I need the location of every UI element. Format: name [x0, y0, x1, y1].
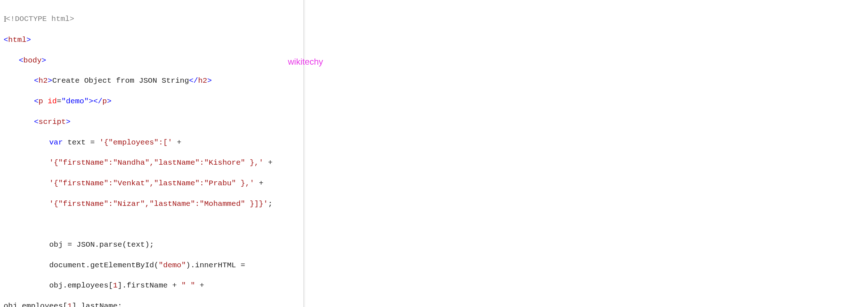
code-line: '{"firstName":"Nizar","lastName":"Mohamm…	[4, 199, 300, 209]
emp-access-b: ].firstName +	[118, 281, 181, 290]
angle-open: <	[19, 56, 24, 65]
angle-close-open: </	[93, 97, 102, 105]
string-demo: "demo"	[158, 261, 186, 269]
heading-text: Create Object from JSON String	[52, 77, 189, 85]
code-line-blank	[4, 219, 300, 229]
string-literal: '{"firstName":"Venkat","lastName":"Prabu…	[49, 179, 254, 187]
attr-id: id	[48, 97, 57, 105]
index-one: 1	[67, 302, 72, 307]
plus-op: +	[172, 138, 181, 147]
doctype-open: <!	[6, 15, 15, 23]
code-line: obj = JSON.parse(text);	[4, 240, 300, 250]
doctype-rest: html	[47, 15, 69, 23]
code-line: <p id="demo"></p>	[4, 96, 300, 107]
plus-op: +	[263, 159, 272, 167]
keyword-var: var	[49, 138, 63, 147]
code-line: <html>	[4, 35, 300, 45]
angle-close: >	[66, 118, 71, 126]
tag-h2: h2	[39, 77, 48, 85]
plus-tail: +	[195, 281, 204, 290]
emp-last-b: ].lastName;	[72, 302, 122, 307]
doctype-close: >	[69, 15, 74, 23]
code-line: obj.employees[1].lastName;	[4, 301, 300, 307]
code-line: <script>	[4, 117, 300, 127]
string-literal: '{"firstName":"Nizar","lastName":"Mohamm…	[49, 200, 268, 208]
dom-call-a: document.getElementById(	[49, 261, 158, 269]
angle-open: <	[4, 36, 8, 44]
string-space: " "	[181, 281, 195, 290]
code-editor-pane[interactable]: I<!DOCTYPE html> <html> <body> <h2>Creat…	[0, 0, 304, 307]
string-literal: '{"firstName":"Nandha","lastName":"Kisho…	[49, 159, 263, 167]
tag-body: body	[24, 56, 42, 65]
angle-close: >	[89, 97, 93, 105]
equals: =	[57, 97, 61, 105]
var-decl: text =	[63, 138, 99, 147]
angle-open: <	[34, 97, 39, 105]
angle-close: >	[207, 77, 212, 85]
code-line: document.getElementById("demo").innerHTM…	[4, 260, 300, 271]
emp-last-a: obj.employees[	[4, 302, 67, 307]
dom-call-b: ).innerHTML =	[186, 261, 245, 269]
angle-close: >	[26, 36, 31, 44]
semicolon: ;	[268, 200, 273, 208]
attr-value-demo: "demo"	[61, 97, 89, 105]
watermark-label: wikitechy	[288, 56, 323, 68]
code-line: '{"firstName":"Venkat","lastName":"Prabu…	[4, 178, 300, 189]
index-one: 1	[113, 281, 118, 290]
tag-p: p	[39, 97, 43, 105]
tag-p-close: p	[102, 97, 107, 105]
doctype-text: DOCTYPE	[15, 15, 47, 23]
code-line: obj.employees[1].firstName + " " +	[4, 281, 300, 291]
angle-open: <	[34, 118, 39, 126]
editor-layout: I<!DOCTYPE html> <html> <body> <h2>Creat…	[0, 0, 868, 307]
space	[43, 97, 48, 105]
angle-close: >	[42, 56, 46, 65]
tag-script: script	[39, 118, 66, 126]
angle-open: <	[34, 77, 39, 85]
plus-op: +	[254, 179, 263, 187]
string-literal: '{"employees":['	[99, 138, 173, 147]
parse-call: obj = JSON.parse(text);	[49, 241, 154, 249]
tag-html: html	[8, 36, 26, 44]
preview-pane	[304, 0, 868, 307]
angle-close-open: </	[189, 77, 198, 85]
emp-access-a: obj.employees[	[49, 281, 113, 290]
code-line: <body>	[4, 56, 300, 66]
code-line: <h2>Create Object from JSON String</h2>	[4, 76, 300, 86]
angle-close: >	[48, 77, 52, 85]
tag-h2-close: h2	[198, 77, 207, 85]
code-line: I<!DOCTYPE html>	[4, 13, 300, 25]
code-line: '{"firstName":"Nandha","lastName":"Kisho…	[4, 158, 300, 168]
angle-close: >	[107, 97, 112, 105]
code-line: var text = '{"employees":[' +	[4, 138, 300, 148]
